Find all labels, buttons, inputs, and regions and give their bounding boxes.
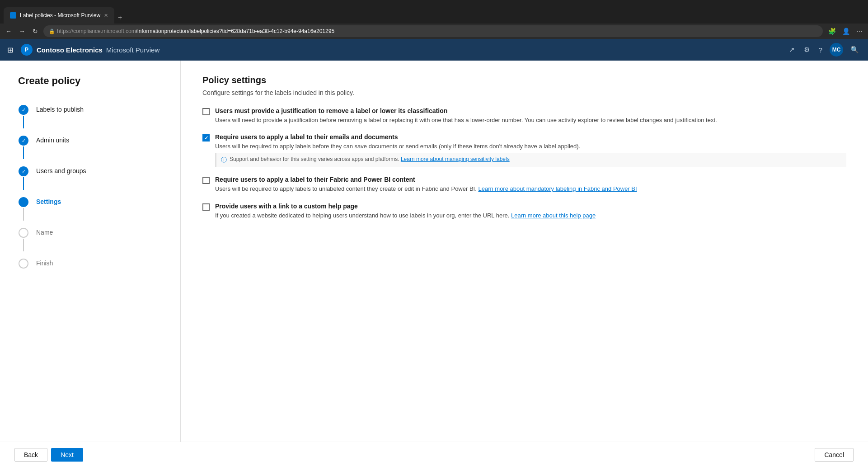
step-item-labels-to-publish: ✓ Labels to publish [18,101,162,132]
step-circle-3: ✓ [19,166,28,176]
justification-content: Users must provide a justification to re… [215,107,846,124]
app-product-name: Microsoft Purview [106,46,160,54]
header-actions: ↗ ⚙ ? MC 🔍 [787,43,861,57]
step-label-finish[interactable]: Finish [36,259,53,267]
step-line-2 [23,146,24,159]
section-desc: Configure settings for the labels includ… [202,89,846,96]
main-layout: Create policy ✓ Labels to publish ✓ Admi… [0,61,868,467]
grid-icon[interactable]: ⊞ [7,46,13,54]
content-area: Policy settings Configure settings for t… [181,61,868,467]
back-button[interactable]: Back [14,448,47,462]
menu-icon[interactable]: ⋯ [854,26,864,37]
require-label-content: Require users to apply a label to their … [215,133,846,167]
step-line-4 [23,208,24,221]
step-circle-5 [19,228,28,238]
step-label-users-and-groups[interactable]: Users and groups [36,166,86,175]
option-custom-help: Provide users with a link to a custom he… [202,203,846,220]
custom-help-content: Provide users with a link to a custom he… [215,203,846,220]
search-header-icon[interactable]: 🔍 [849,44,861,56]
address-bar[interactable]: 🔒 https://compliance.microsoft.com /info… [43,25,823,37]
new-tab-button[interactable]: + [114,12,126,24]
step-connector-4 [18,197,29,221]
step-label-labels-to-publish[interactable]: Labels to publish [36,105,84,113]
tab-close-button[interactable]: ✕ [104,13,108,19]
next-button[interactable]: Next [51,448,83,462]
require-label-title: Require users to apply a label to their … [215,133,846,141]
step-connector-3: ✓ [18,166,29,190]
user-avatar[interactable]: MC [830,43,843,57]
require-label-note: ⓘ Support and behavior for this setting … [215,153,846,167]
page-title: Create policy [18,75,162,87]
fabric-powerbi-desc: Users will be required to apply labels t… [215,185,846,193]
fabric-powerbi-title: Require users to apply a label to their … [215,176,846,183]
secure-icon: 🔒 [49,28,55,34]
require-label-checkbox[interactable] [202,134,210,142]
step-line-5 [23,239,24,251]
svg-text:P: P [25,47,28,53]
back-nav-button[interactable]: ← [4,26,14,37]
custom-help-title: Provide users with a link to a custom he… [215,203,846,210]
step-connector-1: ✓ [18,105,29,128]
step-line-1 [23,116,24,128]
help-icon[interactable]: ? [817,44,824,56]
step-item-finish: Finish [18,255,162,272]
option-require-label: Require users to apply a label to their … [202,133,846,167]
browser-tabs: Label policies - Microsoft Purview ✕ + [4,0,126,24]
info-icon: ⓘ [221,156,227,164]
app-logo: P Contoso Electronics Microsoft Purview [20,43,160,56]
learn-more-help-link[interactable]: Learn more about this help page [511,212,596,219]
app-header: ⊞ P Contoso Electronics Microsoft Purvie… [0,39,868,61]
app-org-name: Contoso Electronics [37,46,103,54]
step-circle-2: ✓ [19,136,28,146]
option-justification: Users must provide a justification to re… [202,107,846,124]
step-connector-2: ✓ [18,136,29,159]
option-fabric-powerbi: Require users to apply a label to their … [202,176,846,193]
custom-help-desc: If you created a website dedicated to he… [215,212,846,220]
settings-icon[interactable]: ⚙ [802,44,812,56]
tab-label: Label policies - Microsoft Purview [20,12,100,19]
app-logo-svg: P [20,43,33,56]
step-label-name[interactable]: Name [36,228,53,236]
browser-chrome: Label policies - Microsoft Purview ✕ + [0,0,868,24]
step-connector-6 [18,259,29,269]
refresh-button[interactable]: ↻ [31,26,40,37]
extensions-icon[interactable]: 🧩 [826,26,838,37]
step-item-settings: Settings [18,193,162,224]
step-label-settings[interactable]: Settings [36,197,61,205]
address-url-gray: https://compliance.microsoft.com [57,28,136,34]
learn-more-fabric-link[interactable]: Learn more about mandatory labeling in F… [478,185,637,192]
tab-favicon [10,12,16,19]
toolbar-icons: 🧩 👤 ⋯ [826,26,864,37]
step-circle-4 [19,197,28,207]
active-tab[interactable]: Label policies - Microsoft Purview ✕ [4,7,114,24]
share-icon[interactable]: ↗ [787,44,797,56]
step-item-admin-units: ✓ Admin units [18,132,162,163]
section-title: Policy settings [202,75,846,85]
step-circle-6 [19,259,28,269]
step-connector-5 [18,228,29,251]
custom-help-checkbox[interactable] [202,203,210,211]
step-label-admin-units[interactable]: Admin units [36,136,69,144]
browser-addressbar: ← → ↻ 🔒 https://compliance.microsoft.com… [0,24,868,39]
fabric-powerbi-content: Require users to apply a label to their … [215,176,846,193]
bottom-bar: Back Next Cancel [0,442,868,467]
step-circle-1: ✓ [19,105,28,115]
profile-icon[interactable]: 👤 [840,26,852,37]
step-item-users-and-groups: ✓ Users and groups [18,163,162,193]
justification-checkbox[interactable] [202,108,210,115]
cancel-button[interactable]: Cancel [815,448,854,462]
justification-title: Users must provide a justification to re… [215,107,846,114]
learn-more-sensitivity-link[interactable]: Learn more about managing sensitivity la… [401,156,510,162]
step-list: ✓ Labels to publish ✓ Admin units ✓ [18,101,162,272]
note-text: Support and behavior for this setting va… [230,156,510,162]
justification-desc: Users will need to provide a justificati… [215,116,846,124]
sidebar: Create policy ✓ Labels to publish ✓ Admi… [0,61,181,467]
require-label-desc: Users will be required to apply labels b… [215,142,846,151]
step-item-name: Name [18,224,162,255]
fabric-powerbi-checkbox[interactable] [202,177,210,184]
address-url-main: /informationprotection/labelpolicies?tid… [136,28,334,34]
forward-nav-button[interactable]: → [17,26,27,37]
step-line-3 [23,177,24,190]
